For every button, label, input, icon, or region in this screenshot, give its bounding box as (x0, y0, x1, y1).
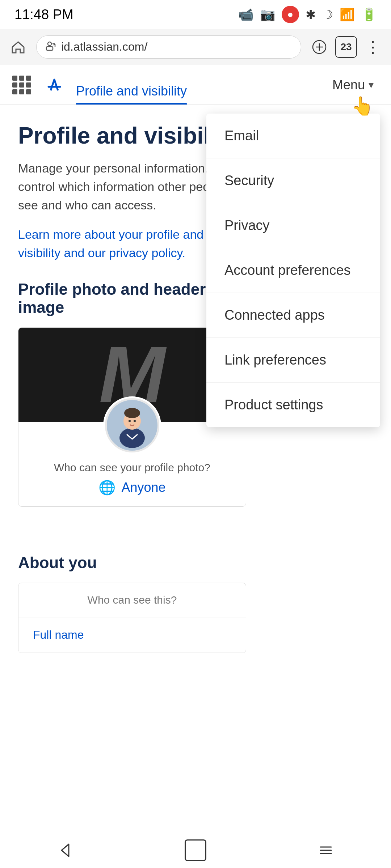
about-field-fullname[interactable]: Full name (18, 617, 246, 653)
about-card-header: Who can see this? (18, 583, 246, 617)
cursor-hand-icon: 👆 (351, 96, 374, 116)
status-bar: 11:48 PM 📹 📷 ● ✱ ☽ 📶 🔋 (0, 0, 391, 29)
full-name-label: Full name (33, 628, 84, 641)
menu-button[interactable]: Menu ▾ (326, 74, 380, 96)
svg-point-9 (119, 428, 145, 448)
browser-bar: id.atlassian.com/ 23 ⋮ (0, 29, 391, 65)
svg-marker-16 (62, 844, 69, 856)
tab-profile-visibility-label: Profile and visibility (76, 84, 187, 102)
app-nav: Profile and visibility Menu ▾ Email Secu… (0, 65, 391, 105)
home-nav-button[interactable] (174, 836, 217, 865)
dropdown-item-product-settings[interactable]: Product settings (206, 383, 380, 427)
nav-right: Menu ▾ Email Security Privacy Account pr… (326, 74, 380, 96)
svg-point-0 (48, 42, 51, 46)
browser-actions: 23 ⋮ (308, 36, 384, 58)
dropdown-item-account-preferences[interactable]: Account preferences (206, 248, 380, 293)
menu-label: Menu (332, 77, 365, 93)
battery-icon: 🔋 (361, 7, 377, 22)
status-icons: 📹 📷 ● ✱ ☽ 📶 🔋 (238, 6, 377, 23)
url-security-icon (45, 40, 56, 54)
back-button[interactable] (43, 836, 87, 865)
visibility-button[interactable]: 🌐 Anyone (98, 480, 165, 495)
status-time: 11:48 PM (14, 7, 73, 22)
menu-chevron-icon: ▾ (369, 79, 374, 91)
cursor: 👆 (351, 95, 369, 114)
video-icon: 📹 (238, 7, 253, 22)
dropdown-item-privacy[interactable]: Privacy (206, 203, 380, 248)
dropdown-item-security[interactable]: Security (206, 158, 380, 203)
record-icon: ● (282, 6, 299, 23)
learn-more-link[interactable]: Learn more about your profile and visibi… (18, 227, 203, 260)
svg-rect-1 (46, 47, 53, 50)
bluetooth-icon: ✱ (306, 7, 316, 22)
moon-icon: ☽ (322, 7, 333, 22)
about-section: About you Who can see this? Full name (18, 521, 246, 660)
camera-icon: 📷 (260, 7, 275, 22)
add-tab-button[interactable] (308, 36, 330, 58)
url-text: id.atlassian.com/ (61, 40, 147, 54)
dropdown-item-connected-apps[interactable]: Connected apps (206, 293, 380, 338)
photo-visibility-label: Who can see your profile photo? (54, 461, 210, 474)
svg-point-13 (129, 408, 135, 414)
globe-icon: 🌐 (98, 480, 115, 495)
dropdown-item-link-preferences[interactable]: Link preferences (206, 338, 380, 383)
wifi-icon: 📶 (340, 7, 355, 22)
about-title: About you (18, 554, 246, 572)
browser-more-button[interactable]: ⋮ (362, 36, 384, 58)
about-card: Who can see this? Full name (18, 583, 246, 653)
tab-count[interactable]: 23 (335, 36, 357, 58)
svg-point-15 (134, 420, 136, 422)
bottom-nav-bar (0, 832, 391, 868)
tab-profile-visibility[interactable]: Profile and visibility (76, 65, 187, 105)
profile-avatar[interactable] (103, 396, 161, 454)
url-bar[interactable]: id.atlassian.com/ (36, 35, 301, 59)
photo-visibility: Who can see your profile photo? 🌐 Anyone (18, 454, 246, 506)
grid-icon[interactable] (11, 74, 33, 96)
visibility-option-label: Anyone (121, 480, 165, 495)
home-button[interactable] (7, 36, 29, 58)
recents-button[interactable] (304, 836, 348, 865)
svg-point-14 (129, 420, 131, 422)
dropdown-menu: Email Security Privacy Account preferenc… (206, 114, 380, 427)
dropdown-item-email[interactable]: Email (206, 114, 380, 158)
atlassian-logo (43, 74, 65, 96)
who-can-see-this-label: Who can see this? (88, 594, 177, 606)
